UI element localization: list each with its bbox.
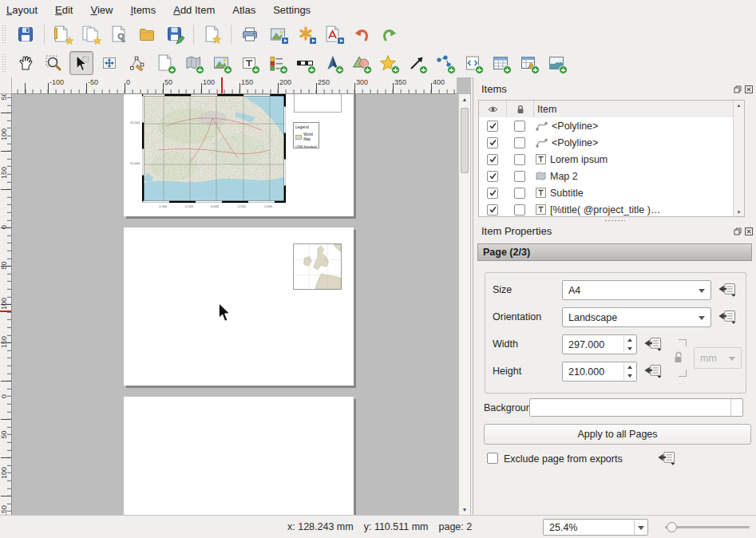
spin-up-button[interactable] xyxy=(624,363,635,372)
zoom-tool-button[interactable] xyxy=(42,51,65,75)
export-as-pdf-button[interactable] xyxy=(322,22,346,46)
chevron-down-icon[interactable] xyxy=(730,399,742,416)
add-shape-button[interactable] xyxy=(349,51,373,75)
lock-ratio-open-lock-icon[interactable] xyxy=(673,350,684,363)
scroll-up-arrow[interactable]: ▲ xyxy=(459,94,470,105)
width-spinbox[interactable]: 297.000 xyxy=(562,334,637,354)
lock-checkbox[interactable] xyxy=(514,121,525,132)
visibility-checkbox[interactable] xyxy=(487,154,498,165)
background-color-picker[interactable] xyxy=(529,398,743,417)
edit-nodes-tool-button[interactable] xyxy=(125,51,149,75)
add-attribute-table-button[interactable] xyxy=(489,51,513,75)
exclude-override-button[interactable] xyxy=(657,451,676,465)
new-layout-button[interactable] xyxy=(51,22,75,46)
add-html-button[interactable] xyxy=(461,51,485,75)
layout-page-1[interactable]: 51.500 51.000 -1.000 -0.500 0.000 0.500 … xyxy=(124,94,354,216)
scroll-down-arrow[interactable]: ▼ xyxy=(734,208,744,216)
panel-splitter[interactable] xyxy=(473,218,756,223)
table-row[interactable]: Subtitle xyxy=(479,184,744,201)
exclude-page-checkbox[interactable] xyxy=(487,453,498,464)
menu-settings[interactable]: Settings xyxy=(264,2,319,18)
close-panel-button[interactable] xyxy=(744,227,753,235)
scroll-down-arrow[interactable]: ▼ xyxy=(459,504,470,515)
table-row[interactable]: <Polyline> xyxy=(479,134,744,151)
size-override-button[interactable] xyxy=(718,283,737,297)
add-elevation-profile-button[interactable] xyxy=(544,51,568,75)
table-row[interactable]: [%title( @project_title )… xyxy=(479,201,744,217)
export-as-image-button[interactable] xyxy=(266,22,290,46)
add-items-from-template-button[interactable] xyxy=(200,22,224,46)
lock-checkbox[interactable] xyxy=(514,188,525,199)
layout-page-3[interactable] xyxy=(124,397,354,515)
orientation-select[interactable]: Landscape xyxy=(562,307,711,327)
scroll-up-arrow[interactable]: ▲ xyxy=(734,101,744,109)
height-override-button[interactable] xyxy=(643,364,663,378)
orientation-override-button[interactable] xyxy=(718,310,737,324)
close-panel-button[interactable] xyxy=(744,85,753,93)
toolbar-grip[interactable] xyxy=(2,25,6,44)
lock-checkbox[interactable] xyxy=(514,204,525,216)
height-spinbox[interactable]: 210.000 xyxy=(562,362,637,382)
zoom-slider[interactable] xyxy=(665,526,750,528)
add-scalebar-button[interactable] xyxy=(293,51,317,75)
visibility-checkbox[interactable] xyxy=(487,137,498,148)
redo-button[interactable] xyxy=(378,22,402,46)
lock-checkbox[interactable] xyxy=(514,154,525,165)
load-from-template-button[interactable] xyxy=(135,22,159,46)
lock-checkbox[interactable] xyxy=(514,137,525,148)
legend-item[interactable]: Legend World Map OSM Standard xyxy=(293,122,319,148)
visibility-checkbox[interactable] xyxy=(487,188,498,199)
visibility-checkbox[interactable] xyxy=(487,171,498,182)
map-item[interactable] xyxy=(142,94,286,203)
menu-add-item[interactable]: Add Item xyxy=(164,2,224,18)
zoom-slider-handle[interactable] xyxy=(667,522,677,532)
select-move-item-tool-button[interactable] xyxy=(69,51,93,75)
menu-layout[interactable]: Layout xyxy=(6,2,46,18)
scrollbar-thumb[interactable] xyxy=(461,108,469,173)
table-row[interactable]: Map 2 xyxy=(479,168,744,184)
save-as-template-button[interactable] xyxy=(163,22,187,46)
spin-up-button[interactable] xyxy=(624,336,635,345)
items-list-scrollbar[interactable]: ▲ ▼ xyxy=(733,101,744,216)
duplicate-layout-button[interactable] xyxy=(79,22,103,46)
export-as-svg-button[interactable] xyxy=(294,22,318,46)
title-label-item[interactable] xyxy=(294,94,342,113)
print-layout-button[interactable] xyxy=(238,22,262,46)
layout-manager-button[interactable] xyxy=(107,22,131,46)
add-north-arrow-button[interactable] xyxy=(321,51,345,75)
visibility-checkbox[interactable] xyxy=(487,121,498,132)
visibility-checkbox[interactable] xyxy=(487,204,498,216)
layout-viewport[interactable]: 51.500 51.000 -1.000 -0.500 0.000 0.500 … xyxy=(12,94,471,515)
add-legend-button[interactable] xyxy=(265,51,289,75)
table-row[interactable]: Lorem ipsum xyxy=(479,151,744,168)
float-panel-button[interactable] xyxy=(733,85,742,93)
table-row[interactable]: <Polyline> xyxy=(479,117,744,134)
add-node-item-button[interactable] xyxy=(433,51,457,75)
width-override-button[interactable] xyxy=(643,337,663,351)
add-arrow-button[interactable] xyxy=(405,51,429,75)
menu-atlas[interactable]: Atlas xyxy=(224,2,264,18)
menu-items[interactable]: Items xyxy=(121,2,164,18)
size-select[interactable]: A4 xyxy=(562,280,711,300)
apply-to-all-pages-button[interactable]: Apply to all Pages xyxy=(484,424,751,445)
add-label-button[interactable] xyxy=(237,51,261,75)
add-page-button[interactable] xyxy=(153,51,177,75)
toolbar-grip[interactable] xyxy=(2,53,6,73)
add-picture-button[interactable] xyxy=(209,51,233,75)
layout-page-2[interactable] xyxy=(124,227,354,386)
float-panel-button[interactable] xyxy=(733,227,742,235)
add-marker-button[interactable] xyxy=(377,51,401,75)
menu-view[interactable]: View xyxy=(81,2,121,18)
menu-edit[interactable]: Edit xyxy=(46,2,81,18)
chevron-down-icon[interactable] xyxy=(634,520,647,535)
spin-down-button[interactable] xyxy=(624,345,635,354)
overview-map-item[interactable] xyxy=(293,243,342,290)
move-item-content-tool-button[interactable] xyxy=(97,51,121,75)
add-map-button[interactable] xyxy=(181,51,205,75)
add-fixed-table-button[interactable] xyxy=(517,51,540,75)
zoom-level-combobox[interactable]: 25.4% xyxy=(543,519,648,536)
lock-checkbox[interactable] xyxy=(514,171,525,182)
pan-tool-button[interactable] xyxy=(14,51,38,75)
canvas-vertical-scrollbar[interactable]: ▲ ▼ xyxy=(458,94,470,515)
spin-down-button[interactable] xyxy=(624,372,635,381)
